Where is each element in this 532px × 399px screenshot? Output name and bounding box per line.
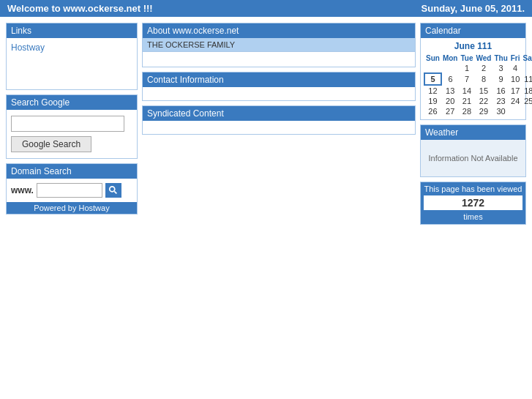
weather-message: Information Not Available [428, 154, 517, 163]
calendar-day: 16 [492, 85, 509, 96]
calendar-body: June 111 Sun Mon Tue Wed Thu Fri Sat [421, 38, 525, 119]
search-google-body: Google Search [7, 110, 137, 158]
calendar-day: 18 [522, 85, 532, 96]
calendar-header: Calendar [421, 23, 525, 38]
date-text: Sunday, June 05, 2011. [422, 3, 525, 14]
calendar-day: 2 [474, 63, 492, 73]
syndicated-body [143, 121, 415, 134]
page-header: Welcome to www.ockerse.net !!! Sunday, J… [0, 0, 532, 17]
links-body: Hostway [7, 38, 137, 89]
cal-sun: Sun [424, 53, 441, 63]
cal-sat: Sat [522, 53, 532, 63]
about-box: About www.ockerse.net THE OCKERSE FAMILY [142, 23, 416, 67]
calendar-day: 21 [459, 96, 474, 106]
calendar-day: 7 [459, 73, 474, 85]
right-column: Calendar June 111 Sun Mon Tue Wed Thu Fr… [420, 23, 526, 225]
www-row: www. [11, 183, 132, 198]
powered-link[interactable]: Powered by Hostway [34, 204, 109, 212]
calendar-table: Sun Mon Tue Wed Thu Fri Sat 123456789101… [424, 53, 532, 116]
syndicated-header: Syndicated Content [143, 106, 415, 121]
calendar-row: 19202122232425 [424, 96, 532, 106]
contact-header: Contact Information [143, 72, 415, 87]
calendar-day: 19 [424, 96, 441, 106]
calendar-day: 10 [509, 73, 522, 85]
calendar-day: 23 [492, 96, 509, 106]
cal-mon: Mon [441, 53, 460, 63]
welcome-text: Welcome to www.ockerse.net !!! [7, 3, 153, 14]
calendar-day [522, 63, 532, 73]
calendar-day: 26 [424, 106, 441, 116]
calendar-day: 24 [509, 96, 522, 106]
calendar-row: 1234 [424, 63, 532, 73]
main-content: Links Hostway Search Google Google Searc… [0, 17, 532, 231]
syndicated-box: Syndicated Content [142, 105, 416, 135]
links-header: Links [7, 23, 137, 38]
domain-search-button[interactable] [105, 183, 121, 198]
contact-box: Contact Information [142, 72, 416, 101]
www-label: www. [11, 185, 34, 195]
calendar-day: 11 [522, 73, 532, 85]
contact-body [143, 87, 415, 100]
calendar-day [522, 106, 532, 116]
svg-point-0 [110, 187, 115, 192]
calendar-day: 30 [492, 106, 509, 116]
calendar-tbody: 1234567891011121314151617181920212223242… [424, 63, 532, 116]
about-subtitle: THE OCKERSE FAMILY [143, 38, 415, 52]
search-google-box: Search Google Google Search [6, 94, 138, 159]
about-header: About www.ockerse.net [143, 23, 415, 38]
calendar-day: 20 [441, 96, 460, 106]
calendar-day: 4 [509, 63, 522, 73]
calendar-day: 27 [441, 106, 460, 116]
calendar-day: 25 [522, 96, 532, 106]
pageviews-count: 1272 [424, 195, 522, 210]
calendar-day [441, 63, 460, 73]
calendar-day: 8 [474, 73, 492, 85]
left-column: Links Hostway Search Google Google Searc… [6, 23, 138, 215]
domain-search-box: Domain Search www. Powered by Hostway [6, 163, 138, 215]
links-box: Links Hostway [6, 23, 138, 90]
svg-line-1 [114, 191, 116, 193]
calendar-day: 22 [474, 96, 492, 106]
magnifier-icon [108, 185, 119, 195]
cal-tue: Tue [459, 53, 474, 63]
calendar-day: 28 [459, 106, 474, 116]
calendar-day: 17 [509, 85, 522, 96]
calendar-day: 3 [492, 63, 509, 73]
pageviews-box: This page has been viewed 1272 times [420, 182, 526, 225]
calendar-day: 14 [459, 85, 474, 96]
calendar-day: 6 [441, 73, 460, 85]
calendar-day: 5 [424, 73, 441, 85]
calendar-row: 12131415161718 [424, 85, 532, 96]
search-google-header: Search Google [7, 95, 137, 110]
middle-column: About www.ockerse.net THE OCKERSE FAMILY… [142, 23, 416, 135]
calendar-day: 12 [424, 85, 441, 96]
pageviews-label: times [424, 212, 522, 224]
domain-search-body: www. [7, 179, 137, 202]
domain-search-input[interactable] [37, 183, 102, 198]
cal-thu: Thu [492, 53, 509, 63]
calendar-day: 1 [459, 63, 474, 73]
cal-wed: Wed [474, 53, 492, 63]
calendar-box: Calendar June 111 Sun Mon Tue Wed Thu Fr… [420, 23, 526, 120]
weather-header: Weather [421, 125, 525, 140]
weather-body: Information Not Available [421, 140, 525, 176]
about-body [143, 52, 415, 67]
calendar-month: June 111 [424, 41, 522, 51]
hostway-link[interactable]: Hostway [11, 42, 45, 53]
calendar-row: 567891011 [424, 73, 532, 85]
calendar-day [509, 106, 522, 116]
calendar-day: 13 [441, 85, 460, 96]
weather-box: Weather Information Not Available [420, 124, 526, 177]
calendar-days-header: Sun Mon Tue Wed Thu Fri Sat [424, 53, 532, 63]
calendar-day: 15 [474, 85, 492, 96]
pageviews-header: This page has been viewed [424, 184, 522, 193]
calendar-day [424, 63, 441, 73]
cal-fri: Fri [509, 53, 522, 63]
calendar-day: 9 [492, 73, 509, 85]
search-google-input[interactable] [11, 116, 124, 132]
powered-bar: Powered by Hostway [7, 202, 137, 214]
calendar-day: 29 [474, 106, 492, 116]
domain-search-header: Domain Search [7, 164, 137, 179]
calendar-row: 2627282930 [424, 106, 532, 116]
search-google-button[interactable]: Google Search [11, 136, 91, 152]
